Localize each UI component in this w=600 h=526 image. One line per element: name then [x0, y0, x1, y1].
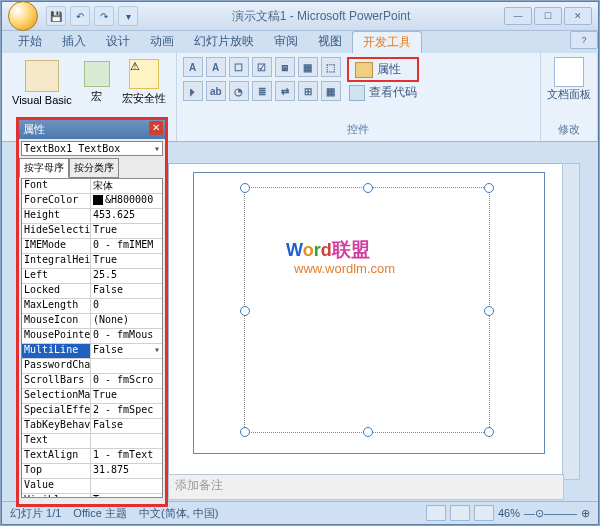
- property-row[interactable]: VisibleTrue: [22, 494, 162, 498]
- qat-redo-button[interactable]: ↷: [94, 6, 114, 26]
- tab-review[interactable]: 审阅: [264, 31, 308, 53]
- property-value[interactable]: True: [91, 224, 162, 238]
- tab-developer[interactable]: 开发工具: [352, 31, 422, 53]
- qat-customize-button[interactable]: ▾: [118, 6, 138, 26]
- property-value[interactable]: 31.875: [91, 464, 162, 478]
- property-row[interactable]: Left25.5: [22, 269, 162, 284]
- resize-handle[interactable]: [363, 183, 373, 193]
- zoom-level[interactable]: 46%: [498, 507, 520, 519]
- property-row[interactable]: IMEMode0 - fmIMEM: [22, 239, 162, 254]
- resize-handle[interactable]: [240, 427, 250, 437]
- view-slideshow-button[interactable]: [474, 505, 494, 521]
- qat-undo-button[interactable]: ↶: [70, 6, 90, 26]
- qat-save-button[interactable]: 💾: [46, 6, 66, 26]
- properties-close-button[interactable]: ✕: [149, 121, 163, 135]
- control-option-icon[interactable]: ab: [206, 81, 226, 101]
- close-button[interactable]: ✕: [564, 7, 592, 25]
- property-row[interactable]: Text: [22, 434, 162, 449]
- property-row[interactable]: MaxLength0: [22, 299, 162, 314]
- property-value[interactable]: 2 - fmSpec: [91, 404, 162, 418]
- control-scroll-icon[interactable]: ◔: [229, 81, 249, 101]
- fit-button[interactable]: ⊕: [581, 507, 590, 520]
- property-row[interactable]: LockedFalse: [22, 284, 162, 299]
- document-panel-button[interactable]: 文档面板: [547, 57, 591, 102]
- macros-button[interactable]: 宏: [80, 59, 114, 106]
- control-more-icon[interactable]: ⊞: [298, 81, 318, 101]
- property-row[interactable]: PasswordCha: [22, 359, 162, 374]
- macro-security-button[interactable]: ⚠ 宏安全性: [118, 57, 170, 108]
- maximize-button[interactable]: ☐: [534, 7, 562, 25]
- resize-handle[interactable]: [240, 183, 250, 193]
- control-image-icon[interactable]: ≣: [252, 81, 272, 101]
- property-row[interactable]: Top31.875: [22, 464, 162, 479]
- property-row[interactable]: TextAlign1 - fmText: [22, 449, 162, 464]
- visual-basic-button[interactable]: Visual Basic: [8, 58, 76, 108]
- control-tools-icon[interactable]: ▦: [321, 81, 341, 101]
- control-label-icon[interactable]: A: [183, 57, 203, 77]
- control-list-icon[interactable]: 🗉: [275, 57, 295, 77]
- property-value[interactable]: 0 - fmMous: [91, 329, 162, 343]
- property-row[interactable]: HideSelectiTrue: [22, 224, 162, 239]
- office-button[interactable]: [8, 1, 38, 31]
- view-normal-button[interactable]: [426, 505, 446, 521]
- property-value[interactable]: True: [91, 389, 162, 403]
- resize-handle[interactable]: [363, 427, 373, 437]
- property-row[interactable]: SelectionMaTrue: [22, 389, 162, 404]
- property-row[interactable]: Font宋体: [22, 179, 162, 194]
- property-value[interactable]: 453.625: [91, 209, 162, 223]
- properties-button[interactable]: 属性: [347, 57, 419, 82]
- control-spin-icon[interactable]: ☐: [229, 57, 249, 77]
- control-button-icon[interactable]: ⏵: [183, 81, 203, 101]
- property-value[interactable]: False: [91, 419, 162, 433]
- property-row[interactable]: ForeColor&H800000: [22, 194, 162, 209]
- property-value[interactable]: (None): [91, 314, 162, 328]
- tab-design[interactable]: 设计: [96, 31, 140, 53]
- property-row[interactable]: TabKeyBehavFalse: [22, 419, 162, 434]
- property-row[interactable]: IntegralHeiTrue: [22, 254, 162, 269]
- tab-home[interactable]: 开始: [8, 31, 52, 53]
- property-value[interactable]: 25.5: [91, 269, 162, 283]
- control-frame-icon[interactable]: ⇄: [275, 81, 295, 101]
- properties-grid[interactable]: Font宋体ForeColor&H800000Height453.625Hide…: [21, 178, 163, 498]
- property-row[interactable]: MouseIcon(None): [22, 314, 162, 329]
- resize-handle[interactable]: [484, 183, 494, 193]
- property-row[interactable]: MousePointe0 - fmMous: [22, 329, 162, 344]
- slide[interactable]: Word联盟 www.wordlm.com: [193, 172, 545, 454]
- property-row[interactable]: Height453.625: [22, 209, 162, 224]
- property-row[interactable]: ScrollBars0 - fmScro: [22, 374, 162, 389]
- property-row[interactable]: SpecialEffe2 - fmSpec: [22, 404, 162, 419]
- property-value[interactable]: &H800000: [91, 194, 162, 208]
- control-toggle-icon[interactable]: ⬚: [321, 57, 341, 77]
- property-value[interactable]: [91, 434, 162, 448]
- zoom-slider[interactable]: —⊙———: [524, 507, 577, 520]
- control-textbox-icon[interactable]: A: [206, 57, 226, 77]
- tab-animation[interactable]: 动画: [140, 31, 184, 53]
- resize-handle[interactable]: [484, 427, 494, 437]
- tab-slideshow[interactable]: 幻灯片放映: [184, 31, 264, 53]
- property-row[interactable]: MultiLineFalse▾: [22, 344, 162, 359]
- property-value[interactable]: [91, 359, 162, 373]
- status-language[interactable]: 中文(简体, 中国): [139, 506, 218, 521]
- property-value[interactable]: 0 - fmIMEM: [91, 239, 162, 253]
- control-checkbox-icon[interactable]: ☑: [252, 57, 272, 77]
- property-row[interactable]: Value: [22, 479, 162, 494]
- tab-alphabetic[interactable]: 按字母序: [19, 158, 69, 178]
- tab-insert[interactable]: 插入: [52, 31, 96, 53]
- property-value[interactable]: 0: [91, 299, 162, 313]
- control-combo-icon[interactable]: ▦: [298, 57, 318, 77]
- tab-categorized[interactable]: 按分类序: [69, 158, 119, 178]
- property-value[interactable]: 1 - fmText: [91, 449, 162, 463]
- property-value[interactable]: True: [91, 494, 162, 498]
- notes-pane[interactable]: 添加备注: [168, 474, 564, 500]
- property-value[interactable]: 宋体: [91, 179, 162, 193]
- property-value[interactable]: True: [91, 254, 162, 268]
- property-value[interactable]: False▾: [91, 344, 162, 358]
- property-value[interactable]: [91, 479, 162, 493]
- minimize-button[interactable]: —: [504, 7, 532, 25]
- textbox-control[interactable]: [244, 187, 490, 433]
- ribbon-help-button[interactable]: ?: [570, 31, 598, 49]
- object-selector[interactable]: TextBox1 TextBox ▾: [21, 141, 163, 156]
- resize-handle[interactable]: [484, 306, 494, 316]
- view-sorter-button[interactable]: [450, 505, 470, 521]
- property-value[interactable]: False: [91, 284, 162, 298]
